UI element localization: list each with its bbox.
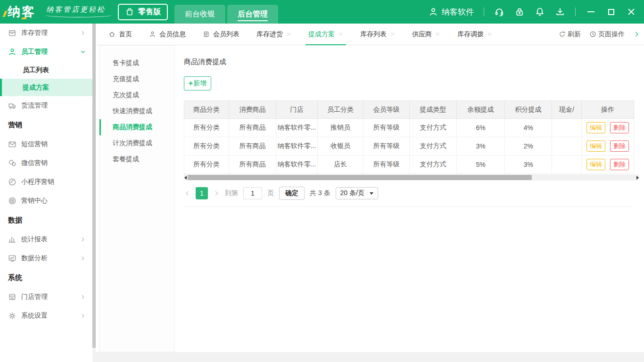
cell: 所有商品 — [229, 156, 276, 174]
close-icon[interactable] — [286, 32, 291, 37]
page-tab-supplier[interactable]: 供应商 — [412, 24, 440, 45]
page-tab-home[interactable]: 首页 — [108, 24, 132, 45]
sidebar-scrollbar[interactable] — [92, 24, 96, 362]
page-operations-button[interactable]: 页面操作 — [589, 30, 625, 39]
nav-tab-frontdesk[interactable]: 前台收银 — [174, 5, 225, 24]
sidebar-scrollbar-thumb[interactable] — [92, 24, 96, 348]
sidebar-item-label: 员工管理 — [21, 48, 48, 56]
commission-table: 商品分类 消费商品 门店 员工分类 会员等级 提成类型 余额提成 积分提成 现金… — [184, 100, 634, 174]
headset-icon[interactable] — [494, 7, 504, 17]
close-icon[interactable] — [626, 7, 636, 17]
horizontal-scrollbar-thumb[interactable] — [188, 175, 532, 180]
cell: 所有等级 — [363, 156, 410, 174]
delete-button[interactable]: 删除 — [610, 159, 629, 170]
page-tab-member-list[interactable]: 会员列表 — [203, 24, 239, 45]
page-tab-stock-purchase[interactable]: 库存进货 — [256, 24, 291, 45]
sidebar-item-label: 营销中心 — [21, 197, 48, 205]
horizontal-scrollbar[interactable] — [184, 174, 639, 181]
submenu-item-counted-consume-commission[interactable]: 计次消费提成 — [99, 135, 174, 151]
truck-icon — [8, 101, 17, 110]
col-header: 操作 — [582, 101, 634, 119]
brand-slogan: 纳客管店更轻松 — [46, 5, 106, 18]
edit-button[interactable]: 编辑 — [586, 140, 605, 152]
close-icon[interactable] — [435, 32, 440, 37]
sidebar-item-staff[interactable]: 员工管理 — [0, 42, 92, 61]
lock-icon[interactable] — [514, 7, 525, 17]
edit-button[interactable]: 编辑 — [586, 122, 605, 133]
submenu-item-quick-consume-commission[interactable]: 快速消费提成 — [99, 103, 174, 119]
refresh-button[interactable]: 刷新 — [559, 30, 581, 39]
close-icon[interactable] — [487, 32, 492, 37]
delete-button[interactable]: 删除 — [610, 140, 629, 152]
minimize-icon[interactable] — [586, 7, 596, 17]
page-tab-member-info[interactable]: 会员信息 — [149, 24, 186, 45]
sidebar-subitem-commission-plan[interactable]: 提成方案 — [0, 79, 92, 96]
submenu-item-recharge-commission[interactable]: 充值提成 — [99, 71, 174, 87]
chevron-right-icon — [80, 236, 86, 243]
col-header: 消费商品 — [229, 101, 276, 119]
sidebar-item-store-management[interactable]: 门店管理 — [0, 288, 92, 306]
sidebar-item-system-settings[interactable]: 系统设置 — [0, 306, 92, 325]
topbar-right: 纳客软件 — [429, 7, 636, 17]
topbar-divider — [484, 8, 484, 16]
submenu-item-times-recharge-commission[interactable]: 充次提成 — [99, 87, 174, 103]
sidebar-item-data-analysis[interactable]: 数据分析 — [0, 249, 92, 268]
add-button-label: 新增 — [193, 79, 206, 88]
mail-icon — [8, 140, 17, 148]
sidebar-subitem-staff-list[interactable]: 员工列表 — [0, 61, 92, 79]
bell-icon[interactable] — [535, 7, 545, 17]
sidebar-item-miniprogram-marketing[interactable]: 小程序营销 — [0, 173, 92, 191]
page-tab-stock-transfer[interactable]: 库存调拨 — [457, 24, 492, 45]
sidebar-section-system: 系统 — [0, 268, 92, 288]
prev-page-icon[interactable] — [184, 190, 190, 197]
page-size-select[interactable]: 20 条/页 — [336, 187, 378, 199]
goto-page-input[interactable] — [243, 187, 262, 199]
submenu-item-package-commission[interactable]: 套餐提成 — [99, 151, 174, 167]
gear-icon — [8, 312, 17, 320]
chevron-right-icon[interactable] — [633, 31, 640, 38]
close-icon[interactable] — [338, 32, 343, 37]
next-page-icon[interactable] — [213, 190, 220, 197]
close-icon[interactable] — [390, 32, 395, 37]
scroll-left-icon[interactable] — [184, 176, 187, 180]
col-header: 员工分类 — [318, 101, 363, 119]
sidebar-item-marketing-center[interactable]: 营销中心 — [0, 191, 92, 210]
sidebar-item-inventory[interactable]: 库存管理 — [0, 24, 92, 42]
confirm-button[interactable]: 确定 — [279, 187, 305, 200]
sidebar-item-wechat-marketing[interactable]: 微信营销 — [0, 154, 92, 173]
home-icon — [108, 31, 116, 38]
sidebar-section-marketing: 营销 — [0, 115, 92, 135]
cell — [552, 119, 582, 137]
page-tab-stock-list[interactable]: 库存列表 — [360, 24, 395, 45]
table-row: 所有分类 所有商品 纳客软件零... 收银员 所有等级 支付方式 3% 2% 编… — [184, 137, 634, 156]
pagination: 1 到第 页 确定 共 3 条 20 条/页 — [184, 187, 634, 207]
maximize-icon[interactable] — [606, 7, 616, 17]
sidebar-item-sms-marketing[interactable]: 短信营销 — [0, 135, 92, 154]
nav-tab-backoffice[interactable]: 后台管理 — [227, 5, 278, 24]
user-account[interactable]: 纳客软件 — [429, 7, 474, 17]
sidebar-item-statistics-report[interactable]: 统计报表 — [0, 230, 92, 249]
submenu-item-product-consume-commission[interactable]: 商品消费提成 — [99, 119, 174, 135]
scroll-right-icon[interactable] — [636, 176, 639, 180]
cell: 支付方式 — [410, 137, 457, 156]
cell: 所有商品 — [229, 119, 276, 137]
sidebar-item-logistics[interactable]: 货流管理 — [0, 96, 92, 115]
sidebar-section-data: 数据 — [0, 210, 92, 230]
cell-actions-wrap: 编辑 删除 — [582, 137, 634, 156]
submenu-item-card-sale-commission[interactable]: 售卡提成 — [99, 55, 174, 71]
sidebar-item-label: 库存管理 — [21, 29, 48, 37]
current-page-button[interactable]: 1 — [196, 187, 208, 199]
edition-button[interactable]: 零售版 — [118, 4, 168, 20]
cell: 2% — [505, 137, 552, 156]
page-tab-commission-plan[interactable]: 提成方案 — [308, 24, 343, 45]
download-icon[interactable] — [555, 7, 565, 17]
content-area: 售卡提成 充值提成 充次提成 快速消费提成 商品消费提成 计次消费提成 套餐提成 — [96, 45, 644, 362]
add-button[interactable]: + 新增 — [184, 76, 211, 90]
topbar-nav: 前台收银 后台管理 — [174, 0, 278, 24]
delete-button[interactable]: 删除 — [610, 122, 629, 133]
sidebar-section-label: 系统 — [8, 273, 22, 282]
cell: 3% — [457, 137, 505, 156]
edit-button[interactable]: 编辑 — [586, 159, 605, 170]
staff-icon — [8, 48, 17, 56]
page-tab-label: 首页 — [119, 30, 132, 39]
